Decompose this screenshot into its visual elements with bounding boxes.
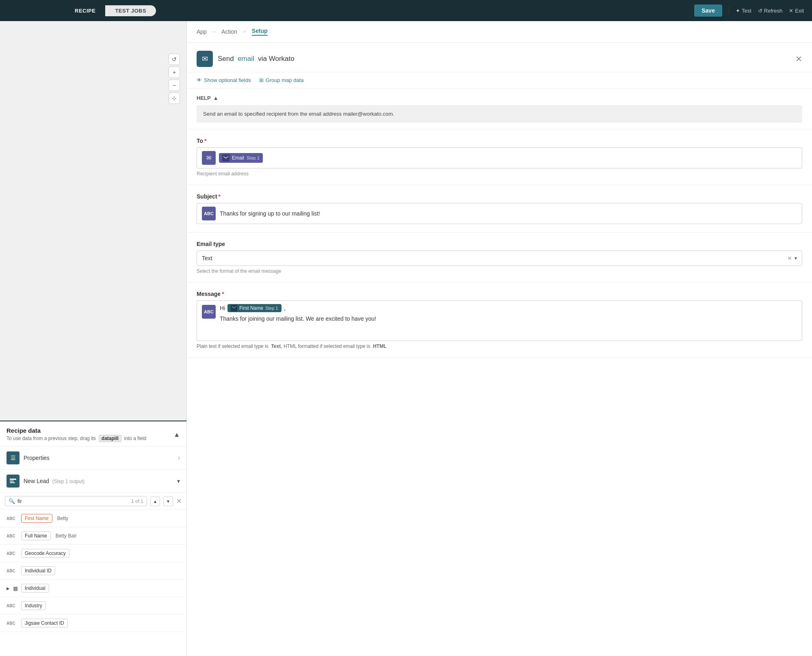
message-content: Hi First Name Step 1 , Thanks for joinin… (220, 304, 797, 325)
recipe-data-panel: Recipe data To use data from a previous … (0, 421, 186, 656)
test-link[interactable]: ✦ Test (736, 8, 751, 14)
text-highlight: Text (271, 343, 281, 349)
search-clear-button[interactable]: ✕ (176, 497, 182, 505)
abc-badge: ABC (6, 604, 18, 608)
list-item: ABC First Name Betty (0, 510, 186, 527)
action-title: ✉ Send email via Workato (197, 51, 294, 67)
save-button[interactable]: Save (694, 4, 722, 17)
jigsaw-contact-id-pill[interactable]: Jigsaw Contact ID (21, 619, 68, 628)
recipe-data-title-group: Recipe data To use data from a previous … (6, 427, 146, 442)
action-header: ✉ Send email via Workato ✕ (187, 43, 812, 72)
canvas-tools: ↺ + − ⊹ (169, 54, 180, 104)
individual-id-pill[interactable]: Individual ID (21, 566, 55, 575)
message-field-box[interactable]: ABC Hi First Name Step 1 , (197, 300, 802, 341)
message-abc-icon: ABC (202, 305, 216, 319)
email-type-section: Email type Text ✕ ▾ Select the format of… (187, 233, 812, 283)
abc-badge: ABC (6, 534, 18, 538)
search-input[interactable] (17, 498, 129, 504)
svg-rect-0 (10, 479, 16, 480)
search-count: 1 of 1 (131, 498, 143, 504)
list-item: ABC Jigsaw Contact ID (0, 615, 186, 632)
canvas-zoom-out-button[interactable]: − (169, 80, 180, 91)
email-type-select[interactable]: Text ✕ ▾ (197, 250, 802, 266)
required-star: * (219, 193, 221, 200)
collapse-icon[interactable]: ▲ (173, 431, 180, 438)
email-pill-icon (222, 154, 230, 162)
select-value: Text (202, 255, 212, 261)
individual-row[interactable]: ▶ ▦ Individual (0, 580, 186, 597)
full-name-pill[interactable]: Full Name (21, 531, 51, 540)
group-map-button[interactable]: ⊞ Group map data (259, 77, 304, 83)
datapill-badge: datapill (99, 435, 121, 442)
refresh-link[interactable]: ↺ Refresh (758, 8, 783, 14)
step-nav-app[interactable]: App (197, 28, 207, 35)
properties-row[interactable]: ☰ Properties › (0, 447, 186, 470)
html-highlight: HTML (373, 343, 386, 349)
search-icon: 🔍 (9, 498, 15, 504)
firstname-pill: First Name Step 1 (227, 304, 281, 312)
select-actions: ✕ ▾ (787, 255, 797, 261)
subject-text: Thanks for signing up to our mailing lis… (220, 210, 320, 217)
help-box: Send an email to specified recipient fro… (197, 105, 802, 123)
message-field-section: Message* ABC Hi First Name Step 1 (187, 283, 812, 358)
canvas-fit-button[interactable]: ⊹ (169, 93, 180, 104)
subject-field-box[interactable]: ABC Thanks for signing up to our mailing… (197, 203, 802, 224)
email-link[interactable]: email (238, 55, 254, 63)
select-clear-button[interactable]: ✕ (787, 255, 792, 261)
recipe-data-header: Recipe data To use data from a previous … (0, 421, 186, 447)
new-lead-label: New Lead (Step 1 output) (24, 478, 177, 484)
data-list: ABC First Name Betty ABC Full Name Betty… (0, 510, 186, 656)
select-inner: Text ✕ ▾ (197, 251, 802, 265)
to-field-section: To* ✉ Email Step 1 Recipient email addre… (187, 129, 812, 185)
tab-group: RECIPE TEST JOBS (65, 5, 156, 16)
top-bar-actions: Save ✦ Test ↺ Refresh ✕ Exit (694, 4, 804, 17)
optional-fields-row: 👁 Show optional fields ⊞ Group map data (187, 72, 812, 88)
show-optional-fields-button[interactable]: 👁 Show optional fields (197, 77, 251, 83)
step-nav-bar: App → Action → Setup (187, 21, 812, 43)
search-prev-button[interactable]: ▲ (150, 496, 160, 506)
canvas-refresh-button[interactable]: ↺ (169, 54, 180, 65)
industry-pill[interactable]: Industry (21, 601, 46, 610)
subject-abc-icon: ABC (202, 207, 216, 220)
email-pill: Email Step 1 (219, 153, 263, 163)
canvas-zoom-in-button[interactable]: + (169, 67, 180, 78)
step-nav-action[interactable]: Action (221, 28, 237, 35)
message-line-1: Hi First Name Step 1 , (220, 304, 797, 312)
required-star: * (222, 291, 224, 297)
to-field-icon: ✉ (202, 151, 216, 165)
refresh-icon: ↺ (758, 8, 762, 14)
message-field-label: Message* (197, 291, 802, 297)
recipe-data-subtitle: To use data from a previous step, drag i… (6, 435, 146, 442)
step-icon (6, 475, 19, 488)
abc-badge: ABC (6, 551, 18, 556)
chevron-right-icon: › (178, 454, 180, 462)
individual-pill[interactable]: Individual (21, 584, 49, 593)
abc-badge: ABC (6, 569, 18, 573)
new-lead-row[interactable]: New Lead (Step 1 output) ▾ (0, 470, 186, 493)
email-type-label: Email type (197, 241, 802, 247)
required-star: * (204, 138, 206, 144)
first-name-pill[interactable]: First Name (21, 514, 52, 523)
help-header[interactable]: HELP ▲ (197, 95, 802, 101)
geocode-accuracy-pill[interactable]: Geocode Accuracy (21, 549, 69, 558)
exit-link[interactable]: ✕ Exit (789, 8, 804, 14)
firstname-pill-icon (231, 305, 237, 311)
step-arrow-2: → (242, 29, 247, 35)
tab-recipe[interactable]: RECIPE (65, 5, 105, 16)
message-hint: Plain text if selected email type is Tex… (197, 343, 802, 349)
help-section: HELP ▲ Send an email to specified recipi… (187, 88, 812, 129)
search-input-wrapper: 🔍 1 of 1 (5, 496, 147, 506)
canvas-panel: ↺ + − ⊹ Recipe data To use data from a p… (0, 21, 187, 656)
close-button[interactable]: ✕ (795, 54, 802, 64)
right-panel: App → Action → Setup ✉ Send email via Wo… (187, 21, 812, 656)
search-next-button[interactable]: ▼ (163, 496, 173, 506)
abc-badge: ABC (6, 621, 18, 626)
step-nav-setup[interactable]: Setup (252, 28, 268, 36)
svg-rect-1 (10, 481, 14, 481)
to-field-box[interactable]: ✉ Email Step 1 (197, 147, 802, 168)
to-field-hint: Recipient email address (197, 171, 802, 177)
message-line-2: Thanks for joining our mailing list. We … (220, 315, 797, 322)
tab-testjobs[interactable]: TEST JOBS (105, 5, 156, 16)
step-arrow-1: → (212, 29, 217, 35)
svg-rect-2 (10, 482, 15, 483)
